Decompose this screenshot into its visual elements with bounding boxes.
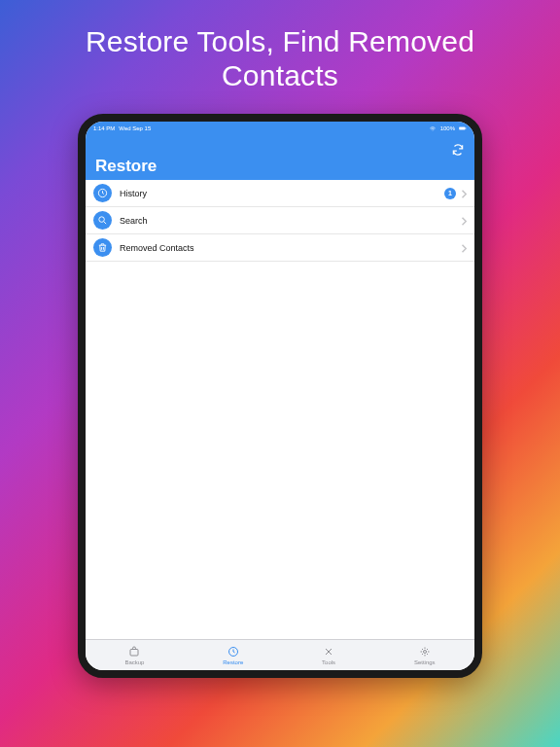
backup-icon bbox=[128, 646, 140, 658]
restore-icon bbox=[228, 646, 239, 658]
svg-rect-4 bbox=[130, 649, 138, 656]
tab-tools[interactable]: Tools bbox=[322, 646, 335, 665]
promo-line2: Contacts bbox=[222, 59, 338, 91]
promo-heading: Restore Tools, Find Removed Contacts bbox=[86, 25, 474, 92]
svg-rect-0 bbox=[459, 126, 465, 129]
tab-restore[interactable]: Restore bbox=[223, 646, 243, 665]
svg-point-6 bbox=[423, 650, 426, 653]
trash-icon bbox=[93, 238, 112, 257]
battery-icon bbox=[459, 124, 467, 133]
row-removed-contacts[interactable]: Removed Contacts bbox=[86, 234, 474, 262]
svg-point-3 bbox=[99, 217, 105, 223]
content-area bbox=[86, 262, 474, 639]
chevron-right-icon bbox=[461, 239, 467, 257]
settings-icon bbox=[419, 646, 431, 658]
promo-line1: Restore Tools, Find Removed bbox=[86, 25, 474, 57]
chevron-right-icon bbox=[461, 212, 467, 230]
svg-rect-1 bbox=[466, 127, 467, 128]
row-label: Search bbox=[120, 216, 456, 226]
tab-settings[interactable]: Settings bbox=[414, 646, 436, 665]
device-frame: 1:14 PM Wed Sep 15 100% Restore History … bbox=[78, 114, 482, 678]
tab-label: Restore bbox=[223, 659, 243, 665]
search-icon bbox=[93, 211, 112, 230]
list: History 1 Search Removed Contacts bbox=[86, 180, 474, 262]
wifi-icon bbox=[429, 124, 437, 133]
tab-backup[interactable]: Backup bbox=[124, 646, 144, 665]
row-label: Removed Contacts bbox=[120, 243, 456, 253]
status-time: 1:14 PM bbox=[93, 125, 115, 131]
tab-label: Settings bbox=[414, 659, 436, 665]
chevron-right-icon bbox=[461, 185, 467, 202]
nav-bar: Restore bbox=[86, 135, 474, 180]
tab-label: Tools bbox=[322, 659, 335, 665]
status-battery: 100% bbox=[440, 125, 455, 131]
refresh-button[interactable] bbox=[451, 143, 465, 160]
tab-bar: Backup Restore Tools Settings bbox=[86, 639, 474, 670]
history-icon bbox=[93, 184, 112, 202]
page-title: Restore bbox=[95, 157, 157, 176]
status-bar: 1:14 PM Wed Sep 15 100% bbox=[86, 122, 474, 135]
tools-icon bbox=[323, 646, 334, 658]
history-badge: 1 bbox=[444, 188, 456, 199]
row-history[interactable]: History 1 bbox=[86, 180, 474, 207]
row-search[interactable]: Search bbox=[86, 207, 474, 234]
status-date: Wed Sep 15 bbox=[119, 125, 151, 131]
row-label: History bbox=[120, 189, 444, 198]
tab-label: Backup bbox=[124, 659, 144, 665]
